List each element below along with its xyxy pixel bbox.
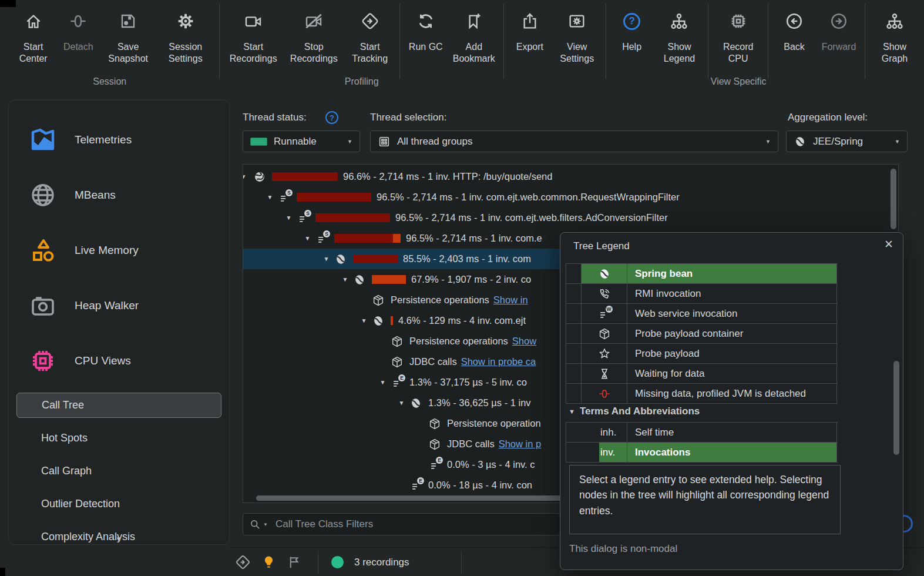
start-tracking-button[interactable]: Start Tracking (344, 12, 396, 65)
legend-row-probe-container[interactable]: Probe payload container (566, 324, 838, 344)
session-settings-button[interactable]: Session Settings (156, 12, 216, 65)
legend-row-inh[interactable]: inh.Self time (566, 423, 838, 443)
spring-bean-icon (408, 396, 424, 410)
show-in-probe-link[interactable]: Show in probe ca (461, 356, 536, 367)
dialog-scrollbar[interactable] (893, 361, 899, 455)
add-bookmark-button[interactable]: Add Bookmark (448, 12, 500, 65)
status-divider (461, 551, 462, 574)
sidebar-item-call-tree[interactable]: Call Tree (16, 393, 221, 418)
memory-shapes-icon (29, 236, 57, 264)
probe-container-icon (427, 417, 442, 431)
collapse-arrow-icon[interactable]: ▼ (282, 215, 295, 221)
run-gc-button[interactable]: Run GC (404, 12, 448, 53)
detach-button[interactable]: Detach (56, 12, 100, 53)
collapse-arrow-icon[interactable]: ▼ (357, 317, 371, 324)
status-divider (318, 551, 318, 574)
collapse-arrow-icon[interactable]: ▼ (320, 256, 333, 262)
sidebar-item-cpu-views[interactable]: CPU Views (9, 333, 229, 389)
graph-icon (885, 12, 904, 31)
chevron-down-icon: ▼ (895, 139, 900, 145)
sidebar-item-heap-walker[interactable]: Heap Walker (9, 278, 229, 333)
show-legend-button[interactable]: Show Legend (654, 12, 705, 65)
help-question-icon: ? (623, 12, 641, 31)
chevron-down-icon: ▼ (347, 139, 352, 145)
main-toolbar: Start Center Detach Save Snapshot Sessio… (0, 0, 924, 95)
thread-selection-dropdown[interactable]: All thread groups ▼ (370, 130, 778, 152)
probe-container-icon (427, 437, 442, 451)
terms-table: inh.Self time inv.Invocations (566, 422, 838, 463)
show-in-probe-link[interactable]: Show in p (499, 438, 541, 450)
start-center-button[interactable]: Start Center (11, 12, 56, 65)
forward-button[interactable]: Forward (817, 12, 861, 53)
export-button[interactable]: Export (508, 12, 552, 53)
legend-row-web-service[interactable]: WWeb service invocation (566, 304, 838, 324)
stop-recordings-button[interactable]: Stop Recordings (284, 12, 344, 65)
close-icon[interactable]: ✕ (884, 237, 893, 251)
telemetry-chart-icon (29, 126, 57, 154)
legend-row-rmi[interactable]: RMI invocation (566, 284, 838, 304)
legend-row-inv[interactable]: inv.Invocations (566, 443, 838, 463)
thread-status-dropdown[interactable]: Runnable ▼ (243, 130, 360, 152)
show-in-probe-link[interactable]: Show (512, 336, 536, 347)
record-cpu-button[interactable]: Record CPU (712, 12, 764, 65)
sidebar-item-outlier-detection[interactable]: Outlier Detection (9, 487, 229, 520)
start-recordings-button[interactable]: Start Recordings (223, 12, 284, 65)
legend-row-missing-data[interactable]: Missing data, profiled JVM is detached (566, 384, 838, 404)
collapse-arrow-icon[interactable]: ▼ (243, 173, 250, 180)
view-settings-gear-icon (567, 12, 586, 31)
spring-bean-icon (333, 252, 348, 266)
sidebar-item-mbeans[interactable]: MBeans (9, 168, 229, 223)
legend-row-spring-bean[interactable]: Spring bean (566, 264, 838, 284)
toolbar-section-profiling: Start Recordings Stop Recordings Start T… (220, 0, 504, 79)
star-icon (582, 344, 627, 363)
sidebar-item-hot-spots[interactable]: Hot Spots (9, 421, 229, 454)
thread-status-help-icon[interactable]: ? (325, 111, 338, 124)
view-sidebar: Telemetries MBeans Live Memory Heap Walk… (8, 100, 230, 545)
recordings-count[interactable]: 3 recordings (354, 557, 409, 568)
search-icon (249, 518, 261, 531)
legend-row-waiting[interactable]: Waiting for data (566, 364, 838, 384)
tree-row[interactable]: ▼96.6% - 2,714 ms - 1 inv. HTTP: /buy/qu… (243, 166, 898, 187)
gear-icon (176, 12, 195, 31)
collapse-arrow-icon[interactable]: ▼ (395, 400, 408, 406)
toolbar-caption-session: Session (0, 76, 220, 87)
legend-tree-icon (670, 12, 688, 31)
detach-icon (69, 12, 88, 31)
vertical-scrollbar[interactable] (891, 169, 896, 229)
legend-help-text: Select a legend entry to see extended he… (569, 465, 841, 534)
sidebar-scroll-chevron-icon[interactable]: ▼ (115, 535, 123, 544)
bulb-icon[interactable] (261, 554, 277, 570)
runnable-status-swatch (250, 138, 267, 146)
tracking-diamond-icon[interactable] (235, 554, 251, 570)
collapse-arrow-icon[interactable]: ▼ (301, 235, 314, 242)
sidebar-item-telemetries[interactable]: Telemetries (9, 112, 229, 168)
rmi-phone-icon (582, 284, 627, 303)
terms-section-header[interactable]: ▼Terms And Abbreviations (569, 406, 700, 417)
collapse-arrow-icon[interactable]: ▼ (376, 379, 389, 386)
flag-icon[interactable] (287, 554, 303, 570)
export-icon (520, 12, 539, 31)
thread-status-label: Thread status: (243, 112, 307, 123)
aggregation-level-dropdown[interactable]: JEE/Spring ▼ (786, 130, 908, 152)
collapse-arrow-icon[interactable]: ▼ (263, 194, 277, 200)
save-snapshot-button[interactable]: Save Snapshot (100, 12, 156, 65)
toolbar-section-session: Start Center Detach Save Snapshot Sessio… (0, 0, 220, 79)
back-button[interactable]: Back (772, 12, 817, 53)
thread-groups-grid-icon (378, 135, 391, 148)
legend-row-probe-payload[interactable]: Probe payload (566, 344, 838, 364)
sidebar-item-live-memory[interactable]: Live Memory (9, 223, 229, 278)
time-bar (391, 316, 393, 325)
show-in-probe-link[interactable]: Show in (493, 294, 528, 306)
tree-row[interactable]: ▼S96.5% - 2,714 ms - 1 inv. com.ejt.web.… (243, 187, 898, 207)
view-settings-button[interactable]: View Settings (552, 12, 602, 65)
hourglass-icon (582, 364, 627, 383)
http-world-icon (252, 170, 267, 184)
show-graph-button[interactable]: Show Graph (869, 12, 920, 65)
tree-row[interactable]: ▼S96.5% - 2,714 ms - 1 inv. com.ejt.web.… (243, 207, 898, 228)
detached-jvm-icon (582, 384, 627, 403)
spring-bean-icon (794, 135, 807, 148)
search-options-chevron-icon[interactable]: ▼ (263, 522, 268, 527)
collapse-arrow-icon[interactable]: ▼ (338, 276, 352, 283)
help-button[interactable]: ?Help (610, 12, 654, 53)
sidebar-item-call-graph[interactable]: Call Graph (9, 454, 229, 487)
